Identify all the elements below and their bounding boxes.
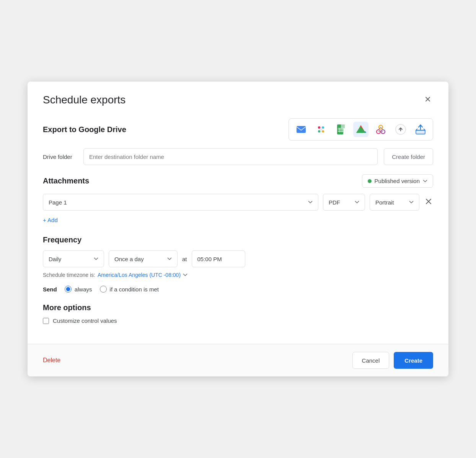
customize-label: Customize control values (53, 317, 117, 324)
close-icon (424, 95, 432, 103)
timezone-row: Schedule timezone is: America/Los Angele… (43, 272, 433, 278)
radio-always-label: always (75, 286, 92, 293)
svg-rect-8 (338, 128, 344, 129)
schedule-exports-modal: Schedule exports Export to Google Drive (28, 82, 448, 376)
drive-folder-input[interactable] (83, 148, 378, 165)
svg-rect-7 (341, 124, 345, 128)
add-attachment-label: + Add (43, 217, 58, 223)
frequency-row: Daily Weekly Monthly Once a day Twice a … (43, 250, 433, 267)
drive-folder-row: Drive folder Create folder (43, 148, 433, 165)
modal-title: Schedule exports (43, 94, 126, 106)
upload-icon (395, 124, 406, 135)
radio-condition-input[interactable] (100, 286, 107, 293)
modal-header: Schedule exports (43, 94, 433, 106)
cancel-button[interactable]: Cancel (352, 352, 390, 369)
footer-actions: Cancel Create (352, 352, 433, 369)
create-folder-button[interactable]: Create folder (384, 148, 433, 165)
chevron-down-icon (423, 180, 427, 183)
delete-button[interactable]: Delete (43, 357, 60, 364)
close-button[interactable] (422, 94, 433, 105)
webhook-icon (375, 124, 386, 135)
drive-icon (355, 124, 366, 134)
more-options-title: More options (43, 303, 433, 312)
orientation-select[interactable]: Portrait Landscape (370, 194, 419, 211)
send-label: Send (43, 286, 57, 293)
radio-always-input[interactable] (65, 286, 72, 293)
published-dot (368, 179, 372, 183)
attachments-title: Attachments (43, 177, 89, 185)
upload-icon-btn[interactable] (393, 122, 408, 137)
svg-rect-17 (416, 130, 425, 134)
email-icon-btn[interactable] (293, 122, 309, 137)
drive-icon-btn[interactable] (353, 122, 368, 137)
drive-folder-label: Drive folder (43, 154, 77, 160)
sheets-icon (336, 124, 346, 135)
export-icon-btn[interactable] (413, 122, 428, 137)
page-select[interactable]: Page 1 Page 2 Page 3 (43, 194, 318, 211)
export-header: Export to Google Drive (43, 118, 433, 141)
svg-rect-12 (342, 128, 342, 132)
remove-icon (425, 198, 432, 204)
sheets-icon-btn[interactable] (333, 122, 349, 137)
export-tray-icon (415, 124, 426, 135)
more-options-section: More options Customize control values (43, 303, 433, 324)
timezone-prefix: Schedule timezone is: (43, 272, 95, 278)
frequency-title: Frequency (43, 236, 433, 244)
email-icon (296, 126, 306, 133)
frequency-section: Frequency Daily Weekly Monthly Once a da… (43, 236, 433, 293)
create-button[interactable]: Create (394, 352, 433, 369)
slack-icon-btn[interactable] (313, 122, 329, 137)
radio-group: always if a condition is met (65, 286, 159, 293)
format-select[interactable]: PDF PNG CSV (323, 194, 365, 211)
time-input[interactable] (192, 250, 245, 267)
at-label: at (182, 256, 187, 262)
send-row: Send always if a condition is met (43, 286, 433, 293)
radio-always[interactable]: always (65, 286, 92, 293)
frequency-select[interactable]: Daily Weekly Monthly (43, 250, 104, 267)
icon-bar (289, 118, 433, 141)
radio-condition[interactable]: if a condition is met (100, 286, 159, 293)
customize-checkbox[interactable] (43, 318, 49, 324)
svg-rect-0 (297, 126, 306, 133)
radio-condition-label: if a condition is met (110, 286, 159, 293)
svg-rect-9 (338, 129, 344, 130)
attachments-header: Attachments Published version (43, 174, 433, 188)
remove-attachment-button[interactable] (424, 197, 433, 208)
once-select[interactable]: Once a day Twice a day Custom (109, 250, 178, 267)
timezone-link[interactable]: America/Los Angeles (UTC -08:00) (98, 272, 181, 278)
published-version-label: Published version (375, 178, 420, 184)
export-title: Export to Google Drive (43, 125, 126, 134)
attachment-row: Page 1 Page 2 Page 3 PDF PNG CSV Portrai… (43, 194, 433, 211)
svg-rect-10 (338, 131, 344, 132)
slack-icon (316, 124, 326, 134)
svg-rect-11 (339, 128, 340, 132)
webhook-icon-btn[interactable] (373, 122, 388, 137)
customize-checkbox-row[interactable]: Customize control values (43, 317, 433, 324)
modal-footer: Delete Cancel Create (28, 344, 448, 376)
timezone-chevron-icon (183, 273, 187, 276)
published-version-button[interactable]: Published version (362, 174, 433, 188)
add-attachment-button[interactable]: + Add (43, 215, 58, 225)
attachments-section: Attachments Published version Page 1 Pag… (43, 174, 433, 225)
